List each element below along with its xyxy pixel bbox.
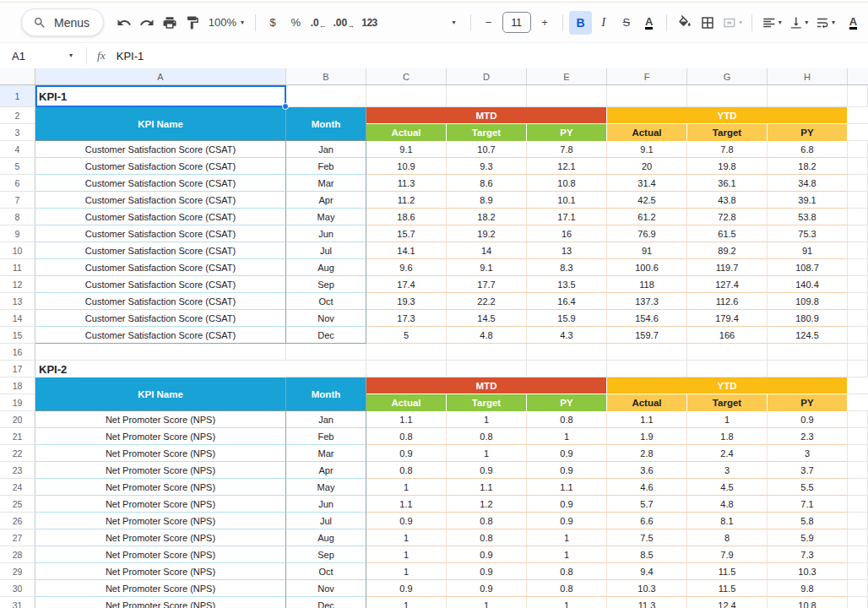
cell-B26[interactable]: Jul — [286, 513, 366, 529]
cell-F7[interactable]: 42.5 — [607, 192, 687, 209]
cell-A13[interactable]: Customer Satisfaction Score (CSAT) — [35, 293, 286, 310]
cell-D1[interactable] — [447, 85, 527, 107]
cell-H4[interactable]: 6.8 — [768, 141, 848, 158]
cell-A16[interactable] — [35, 344, 286, 361]
cell-B16[interactable] — [286, 344, 366, 361]
cell-E27[interactable]: 1 — [527, 529, 607, 546]
cell-D8[interactable]: 18.2 — [447, 209, 527, 225]
cell-E29[interactable]: 0.8 — [527, 563, 607, 580]
cell-H26[interactable]: 5.8 — [768, 513, 848, 529]
cell-H14[interactable]: 180.9 — [768, 310, 848, 327]
cell-G15[interactable]: 166 — [687, 327, 768, 344]
cell-A17[interactable]: KPI-2 — [35, 361, 286, 377]
cell-G25[interactable]: 4.8 — [687, 496, 768, 513]
cell-F29[interactable]: 9.4 — [607, 563, 687, 580]
increase-decimal-button[interactable]: .00→ — [330, 11, 358, 35]
ytd-subheader-actual[interactable]: Actual — [607, 394, 687, 411]
text-wrap-button[interactable]: ▾ — [811, 11, 838, 35]
cell-F11[interactable]: 100.6 — [607, 259, 687, 276]
cell-C11[interactable]: 9.6 — [366, 259, 447, 276]
column-header-D[interactable]: D — [447, 68, 527, 84]
cell-A1[interactable]: KPI-1 — [35, 85, 286, 107]
cell-B8[interactable]: May — [286, 209, 366, 225]
ytd-subheader-py[interactable]: PY — [768, 124, 848, 141]
cell-B15[interactable]: Dec — [286, 327, 366, 344]
cell-B31[interactable]: Dec — [286, 597, 366, 608]
cell-H31[interactable]: 10.8 — [768, 597, 848, 608]
header-cell-kpi-name[interactable]: KPI Name — [35, 377, 286, 411]
column-header-H[interactable]: H — [768, 68, 848, 84]
cell-G24[interactable]: 4.5 — [687, 479, 768, 496]
cell-D4[interactable]: 10.7 — [447, 141, 527, 158]
text-color-button[interactable]: A — [637, 11, 660, 35]
cell-F9[interactable]: 76.9 — [607, 225, 687, 242]
row-header-23[interactable]: 23 — [0, 462, 35, 479]
ytd-subheader-target[interactable]: Target — [687, 124, 768, 141]
cell-F10[interactable]: 91 — [607, 242, 687, 259]
cell-A14[interactable]: Customer Satisfaction Score (CSAT) — [35, 310, 286, 327]
cell-D21[interactable]: 0.8 — [447, 428, 527, 445]
cell-E1[interactable] — [527, 85, 607, 107]
mtd-banner-cell[interactable]: MTD — [366, 107, 607, 124]
cell-H29[interactable]: 10.3 — [768, 563, 848, 580]
cell-C25[interactable]: 1.1 — [366, 496, 447, 513]
font-size-input[interactable]: 11 — [502, 12, 531, 33]
row-header-25[interactable]: 25 — [0, 496, 35, 513]
cell-G9[interactable]: 61.5 — [687, 225, 768, 242]
vertical-align-button[interactable]: ▾ — [785, 11, 812, 35]
cell-E26[interactable]: 0.9 — [527, 513, 607, 529]
row-header-17[interactable]: 17 — [0, 361, 35, 377]
cell-H21[interactable]: 2.3 — [768, 428, 848, 445]
cell-H5[interactable]: 18.2 — [768, 158, 848, 175]
row-header-22[interactable]: 22 — [0, 445, 35, 462]
cell-A26[interactable]: Net Promoter Score (NPS) — [35, 513, 286, 529]
cell-E28[interactable]: 1 — [527, 546, 607, 563]
row-header-31[interactable]: 31 — [0, 597, 35, 608]
cell-F15[interactable]: 159.7 — [607, 327, 687, 344]
cell-D23[interactable]: 0.9 — [447, 462, 527, 479]
cell-G23[interactable]: 3 — [687, 462, 768, 479]
cell-D10[interactable]: 14 — [447, 242, 527, 259]
cell-E21[interactable]: 1 — [527, 428, 607, 445]
cell-E4[interactable]: 7.8 — [527, 141, 607, 158]
cell-A6[interactable]: Customer Satisfaction Score (CSAT) — [35, 175, 286, 192]
decrease-font-size-button[interactable]: − — [477, 11, 500, 35]
cell-B1[interactable] — [286, 85, 366, 107]
cell-H6[interactable]: 34.8 — [768, 175, 848, 192]
redo-button[interactable] — [135, 11, 158, 35]
cell-E16[interactable] — [527, 344, 607, 361]
cell-C14[interactable]: 17.3 — [366, 310, 447, 327]
cell-E10[interactable]: 13 — [527, 242, 607, 259]
cell-H28[interactable]: 7.3 — [768, 546, 848, 563]
cell-G28[interactable]: 7.9 — [687, 546, 768, 563]
ytd-subheader-py[interactable]: PY — [768, 394, 848, 411]
bold-button[interactable]: B — [569, 11, 593, 35]
decrease-decimal-button[interactable]: .0← — [307, 11, 330, 35]
cell-E30[interactable]: 0.8 — [527, 580, 607, 597]
cell-H24[interactable]: 5.5 — [768, 479, 848, 496]
row-header-10[interactable]: 10 — [0, 242, 35, 259]
cell-C8[interactable]: 18.6 — [366, 209, 447, 225]
cell-E5[interactable]: 12.1 — [527, 158, 607, 175]
cell-C27[interactable]: 1 — [366, 529, 447, 546]
mtd-subheader-target[interactable]: Target — [447, 394, 527, 411]
cell-H9[interactable]: 75.3 — [768, 225, 848, 242]
ytd-subheader-target[interactable]: Target — [687, 394, 768, 411]
mtd-subheader-py[interactable]: PY — [527, 124, 607, 141]
cell-F12[interactable]: 118 — [607, 276, 687, 293]
cell-D25[interactable]: 1.2 — [447, 496, 527, 513]
row-header-18[interactable]: 18 — [0, 377, 35, 394]
cell-F26[interactable]: 6.6 — [607, 513, 687, 529]
cell-H12[interactable]: 140.4 — [768, 276, 848, 293]
cell-D7[interactable]: 8.9 — [447, 192, 527, 209]
cell-C15[interactable]: 5 — [366, 327, 447, 344]
cell-B24[interactable]: May — [286, 479, 366, 496]
cell-G5[interactable]: 19.8 — [687, 158, 768, 175]
cell-E15[interactable]: 4.3 — [527, 327, 607, 344]
cell-H13[interactable]: 109.8 — [768, 293, 848, 310]
row-header-2[interactable]: 2 — [0, 107, 35, 124]
cell-E31[interactable]: 1 — [527, 597, 607, 608]
format-percent-button[interactable]: % — [285, 11, 307, 35]
cell-C31[interactable]: 1 — [366, 597, 447, 608]
column-header-E[interactable]: E — [527, 68, 607, 84]
